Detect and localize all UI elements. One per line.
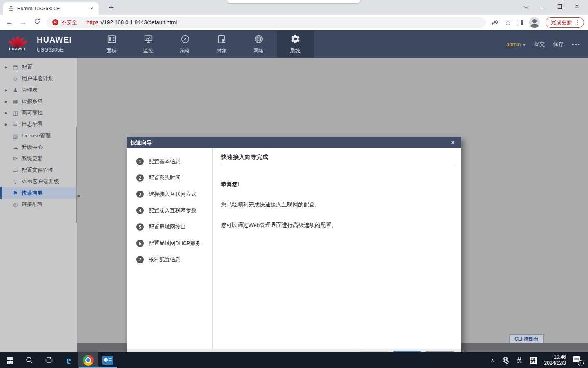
chevron-down-icon: ▼ bbox=[522, 43, 526, 47]
notification-badge: 1 bbox=[578, 360, 584, 366]
new-tab-button[interactable]: + bbox=[106, 3, 116, 13]
more-menu-icon[interactable]: ••• bbox=[572, 41, 581, 48]
update-pill-label: 完成更新 bbox=[551, 19, 572, 26]
tab-monitor[interactable]: 监控 bbox=[130, 30, 167, 58]
forward-icon[interactable]: → bbox=[16, 18, 30, 27]
sidebar-item-admin[interactable]: ▶ ♟ 管理员 bbox=[0, 84, 77, 96]
share-icon[interactable] bbox=[492, 19, 499, 27]
sidebar-item-user-experience[interactable]: ☺ 用户体验计划 bbox=[0, 73, 77, 84]
task-view-button[interactable] bbox=[39, 352, 59, 368]
sidebar-scrollbar[interactable] bbox=[76, 127, 77, 223]
gear-icon bbox=[290, 34, 301, 46]
browser-tab[interactable]: Huawei USG6300E × bbox=[3, 2, 99, 15]
step-label: 配置基本信息 bbox=[149, 158, 180, 165]
log-icon: ≣ bbox=[12, 121, 19, 128]
internet-explorer-button[interactable]: e bbox=[59, 352, 78, 368]
ime-language-indicator[interactable]: 英 bbox=[513, 357, 526, 364]
main-nav: 面板 监控 策略 对象 网络 系统 bbox=[93, 30, 314, 58]
search-icon bbox=[25, 356, 33, 364]
brand-block: HUAWEI USG6305E bbox=[37, 35, 72, 53]
huawei-logo-word: HUAWEI bbox=[6, 47, 29, 51]
smiley-icon: ☺ bbox=[12, 76, 19, 82]
taskbar-search-button[interactable] bbox=[20, 352, 39, 368]
browser-menu-icon[interactable]: ⋮ bbox=[575, 19, 580, 26]
start-button[interactable] bbox=[0, 352, 20, 368]
bookmark-star-icon[interactable]: ☆ bbox=[505, 18, 511, 27]
sidebar-item-quick-wizard[interactable]: ⚑ 快速向导 bbox=[0, 187, 77, 199]
tab-system[interactable]: 系统 bbox=[277, 30, 314, 58]
app-header: HUAWEI HUAWEI USG6305E 面板 监控 策略 对象 网络 系统… bbox=[0, 30, 588, 58]
step-number-badge: 4 bbox=[136, 207, 144, 214]
sidebar-item-virtual-system[interactable]: ▶ ▦ 虚拟系统 bbox=[0, 96, 77, 107]
globe-icon bbox=[254, 34, 264, 46]
sidebar-item-config-file[interactable]: ▭ 配置文件管理 bbox=[0, 164, 77, 176]
step-number-badge: 3 bbox=[136, 191, 144, 198]
tab-object[interactable]: 对象 bbox=[203, 30, 240, 58]
user-menu[interactable]: admin▼ bbox=[506, 41, 526, 47]
omnibox-divider bbox=[82, 19, 82, 26]
result-line-1: 您已经顺利完成快速接入互联网的配置。 bbox=[221, 201, 455, 209]
presentation-app-button[interactable] bbox=[98, 352, 118, 368]
ha-icon: ◫ bbox=[12, 110, 19, 116]
side-panel-icon[interactable] bbox=[517, 20, 523, 25]
not-secure-icon[interactable]: ✕ bbox=[52, 19, 58, 25]
tray-expand-icon[interactable]: ∧ bbox=[487, 357, 498, 363]
clock-time: 10:46 bbox=[544, 354, 566, 360]
close-button[interactable]: × bbox=[568, 2, 586, 11]
url-text: ://192.168.0.1:8443/default.html bbox=[99, 19, 177, 25]
notification-center-button[interactable]: 1 bbox=[572, 355, 582, 365]
huawei-logo-icon bbox=[8, 34, 26, 47]
wizard-steps: 1 配置基本信息 2 配置系统时间 3 选择接入互联网方式 4 配置接入互联网参… bbox=[127, 148, 213, 349]
sidebar-item-log-config[interactable]: ▶ ≣ 日志配置 bbox=[0, 119, 77, 130]
sidebar-collapse-icon[interactable]: ◀ bbox=[77, 192, 80, 200]
expand-arrow-icon: ▶ bbox=[5, 111, 9, 115]
vpn-icon: ⇪ bbox=[12, 179, 19, 185]
profile-avatar[interactable] bbox=[529, 17, 540, 28]
network-status-icon[interactable] bbox=[498, 357, 513, 364]
sidebar-item-config[interactable]: ▶ ▤ 配置 bbox=[0, 61, 77, 73]
brand-model: USG6305E bbox=[37, 47, 72, 53]
windows-taskbar: e ∧ 英 拼 10:46 2024/12/3 1 bbox=[0, 352, 588, 368]
url-omnibox[interactable]: ✕ 不安全 https ://192.168.0.1:8443/default.… bbox=[47, 17, 486, 28]
vsys-icon: ▦ bbox=[12, 99, 19, 105]
back-icon[interactable]: ← bbox=[2, 18, 16, 27]
ime-mode-indicator[interactable]: 拼 bbox=[526, 357, 540, 364]
step-label: 核对配置信息 bbox=[149, 256, 180, 263]
reload-icon[interactable] bbox=[30, 18, 44, 27]
sidebar-item-upgrade-center[interactable]: ☁ 升级中心 bbox=[0, 141, 77, 153]
chrome-icon bbox=[83, 355, 94, 366]
submit-button[interactable]: 提交 bbox=[534, 40, 545, 48]
tab-title: Huawei USG6300E bbox=[17, 6, 85, 11]
huawei-logo: HUAWEI bbox=[6, 34, 29, 55]
wizard-heading: 快速接入向导完成 bbox=[221, 153, 455, 161]
expand-arrow-icon: ▶ bbox=[5, 100, 9, 103]
heading-divider bbox=[221, 165, 455, 165]
wizard-step: 6 配置局域网DHCP服务 bbox=[127, 235, 212, 251]
sidebar-item-license[interactable]: ▥ License管理 bbox=[0, 130, 77, 141]
brand-name: HUAWEI bbox=[37, 35, 72, 45]
expand-arrow-icon: ▶ bbox=[5, 123, 9, 126]
tab-network[interactable]: 网络 bbox=[240, 30, 277, 58]
minimize-button[interactable]: – bbox=[534, 3, 551, 10]
folder-icon: ▭ bbox=[12, 167, 19, 173]
restore-button[interactable] bbox=[551, 3, 568, 10]
sidebar: ▶ ▤ 配置 ☺ 用户体验计划 ▶ ♟ 管理员 ▶ ▦ 虚拟系统 ▶ ◫ 高可靠… bbox=[0, 58, 77, 352]
sidebar-item-vpn-client[interactable]: ⇪ VPN客户端升级 bbox=[0, 176, 77, 187]
save-button[interactable]: 保存 bbox=[553, 40, 564, 48]
sidebar-item-link-config[interactable]: ◎ 链接配置 bbox=[0, 199, 77, 210]
wizard-step: 5 配置局域网接口 bbox=[127, 219, 212, 235]
tab-search-icon[interactable] bbox=[517, 3, 534, 10]
config-icon: ▤ bbox=[12, 64, 19, 70]
dialog-close-icon[interactable]: × bbox=[448, 139, 457, 147]
chrome-taskbar-button[interactable] bbox=[78, 352, 98, 368]
update-chrome-pill[interactable]: 完成更新 ⋮ bbox=[546, 17, 584, 28]
cli-console-button[interactable]: CLI 控制台 bbox=[509, 334, 544, 343]
tab-panel[interactable]: 面板 bbox=[93, 30, 130, 58]
taskbar-clock[interactable]: 10:46 2024/12/3 bbox=[540, 354, 570, 366]
tab-policy[interactable]: 策略 bbox=[167, 30, 203, 58]
sidebar-item-system-update[interactable]: ⟳ 系统更新 bbox=[0, 153, 77, 164]
expand-arrow-icon: ▶ bbox=[5, 65, 9, 69]
sidebar-item-high-availability[interactable]: ▶ ◫ 高可靠性 bbox=[0, 107, 77, 119]
tab-close-icon[interactable]: × bbox=[88, 5, 96, 12]
page-content: ▶ ▤ 配置 ☺ 用户体验计划 ▶ ♟ 管理员 ▶ ▦ 虚拟系统 ▶ ◫ 高可靠… bbox=[0, 58, 588, 352]
